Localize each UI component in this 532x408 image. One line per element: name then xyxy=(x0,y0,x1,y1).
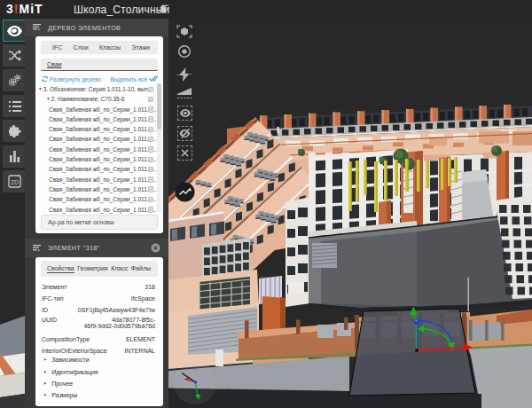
svg-text:z: z xyxy=(193,365,196,371)
svg-text:2D: 2D xyxy=(11,179,19,185)
